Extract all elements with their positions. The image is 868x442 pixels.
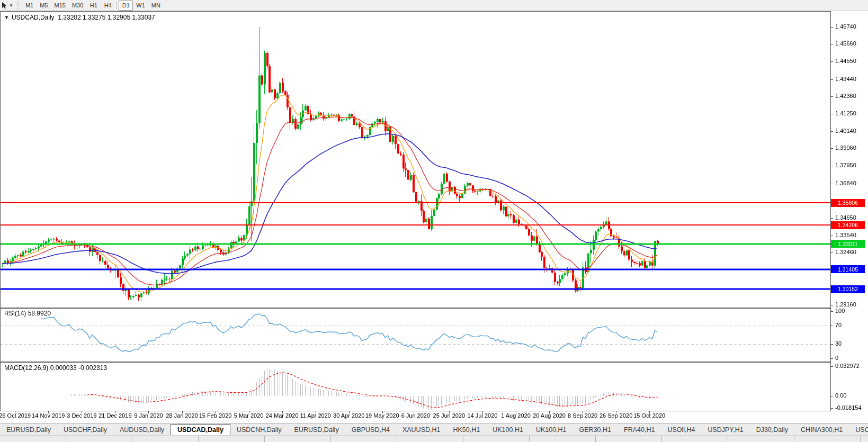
timeframe-button-h4[interactable]: H4 <box>101 1 115 11</box>
timeframe-button-w1[interactable]: W1 <box>133 1 148 11</box>
price-axis-tick: 1.37950 <box>835 162 856 168</box>
macd-axis-tick: 0.00 <box>835 392 846 399</box>
timeframe-button-m5[interactable]: M5 <box>37 1 51 11</box>
symbol-timeframe-label: USDCAD,Daily <box>12 14 55 21</box>
price-axis-tick: 1.42360 <box>835 93 856 99</box>
tab-eurusd-daily[interactable]: EURUSD,Daily <box>0 424 57 435</box>
rsi-axis-tick: 70 <box>835 322 842 328</box>
hline-price-badge[interactable]: 1.33011 <box>831 240 865 248</box>
date-axis-label: 15 Oct 2020 <box>625 412 674 419</box>
price-axis-tick: 1.40140 <box>835 128 856 134</box>
rsi-axis-tick: 100 <box>835 308 845 314</box>
chart-title: ▼USDCAD,Daily 1.33202 1.33275 1.32905 1.… <box>4 14 155 21</box>
chart-canvas[interactable] <box>0 11 868 423</box>
toolbar-separator <box>117 2 117 9</box>
price-axis-tick: 1.45660 <box>835 40 856 47</box>
tab-dj30-daily[interactable]: DJ30,Daily <box>750 424 794 435</box>
price-axis-tick: 1.44550 <box>835 58 856 64</box>
timeframe-button-mn[interactable]: MN <box>148 1 164 11</box>
tab-ger30-h1[interactable]: GER30,H1 <box>573 424 618 435</box>
mt4-window: ▼ M1M5M15M30H1H4D1W1MN ▼USDCAD,Daily 1.3… <box>0 0 868 442</box>
tab-eurusd-daily[interactable]: EURUSD,Daily <box>288 424 345 435</box>
rsi-axis-tick: 0 <box>835 355 838 361</box>
tab-xauusd-h1[interactable]: XAUUSD,H1 <box>396 424 447 435</box>
macd-axis-tick: -0.018154 <box>835 404 862 411</box>
tab-uk100-h1[interactable]: UK100,H1 <box>486 424 530 435</box>
timeframe-buttons: M1M5M15M30H1H4D1W1MN <box>22 1 164 11</box>
cursor-tool-button[interactable]: ▼ <box>0 0 15 11</box>
hline-price-badge[interactable]: 1.30152 <box>831 285 865 293</box>
timeframe-button-h1[interactable]: H1 <box>86 1 101 11</box>
price-axis-tick: 1.29160 <box>835 301 856 308</box>
price-axis-tick: 1.33540 <box>835 232 856 238</box>
tab-audusd-daily[interactable]: AUDUSD,Daily <box>113 424 171 435</box>
hline-price-badge[interactable]: 1.31405 <box>831 265 865 273</box>
macd-axis-tick: 0.032972 <box>835 363 860 369</box>
timeframe-button-m15[interactable]: M15 <box>51 1 68 11</box>
rsi-label: RSI(14) 58.9920 <box>4 310 51 317</box>
price-axis-tick: 1.43440 <box>835 76 856 82</box>
tab-uk100-h1[interactable]: UK100,H1 <box>530 424 573 435</box>
tab-hk50-h1[interactable]: HK50,H1 <box>446 424 486 435</box>
chevron-down-icon: ▼ <box>9 3 13 8</box>
tab-usdcnh-daily[interactable]: USDCNH,Daily <box>230 424 288 435</box>
macd-label: MACD(12,26,9) 0.000033 -0.002313 <box>4 364 107 372</box>
tab-usoil-h1[interactable]: USOil,H1 <box>849 424 868 435</box>
timeframe-button-m30[interactable]: M30 <box>69 1 86 11</box>
price-axis-tick: 1.36840 <box>835 180 856 186</box>
bottom-scroll-strip[interactable] <box>0 435 868 442</box>
timeframe-button-m1[interactable]: M1 <box>22 1 37 11</box>
hline-price-badge[interactable]: 1.35606 <box>831 199 865 207</box>
price-axis-tick: 1.32460 <box>835 249 856 255</box>
tab-usdjpy-h1[interactable]: USDJPY,H1 <box>701 424 749 435</box>
hline-price-badge[interactable]: 1.34206 <box>831 221 865 229</box>
tab-usdchf-daily[interactable]: USDCHF,Daily <box>57 424 113 435</box>
ohlc-values: 1.33202 1.33275 1.32905 1.33037 <box>58 14 155 21</box>
tab-fra40-h1[interactable]: FRA40,H1 <box>618 424 661 435</box>
tab-usdcad-daily[interactable]: USDCAD,Daily <box>171 424 230 436</box>
toolbar-grip <box>17 2 20 9</box>
price-axis-tick: 1.41250 <box>835 110 856 116</box>
price-axis-tick: 1.39060 <box>835 145 856 151</box>
cursor-icon <box>2 2 7 9</box>
symbol-dropdown-icon[interactable]: ▼ <box>4 15 9 20</box>
tab-china300-h1[interactable]: CHINA300,H1 <box>794 424 849 435</box>
price-axis-tick: 1.46740 <box>835 23 856 30</box>
tab-gbpusd-h4[interactable]: GBPUSD,H4 <box>345 424 396 435</box>
timeframe-button-d1[interactable]: D1 <box>119 1 133 11</box>
timeframe-toolbar: ▼ M1M5M15M30H1H4D1W1MN <box>0 0 868 11</box>
tab-usoil-h4[interactable]: USOil,H4 <box>661 424 701 435</box>
rsi-axis-tick: 30 <box>835 340 842 347</box>
chart-tab-bar: EURUSD,DailyUSDCHF,DailyAUDUSD,DailyUSDC… <box>0 423 868 435</box>
price-axis-tick: 1.34650 <box>835 214 856 221</box>
